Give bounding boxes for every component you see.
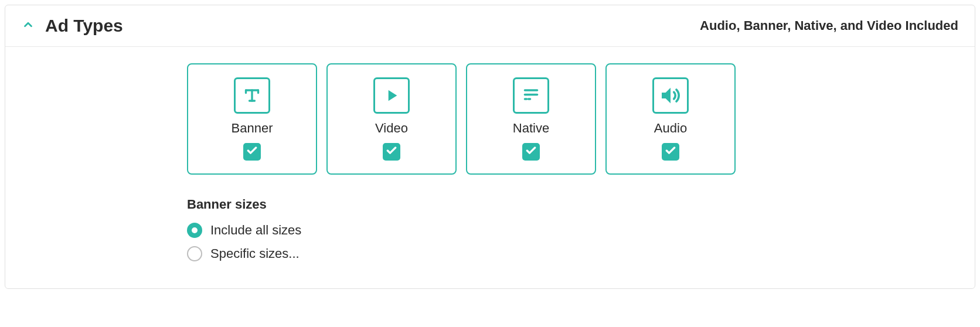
check-icon xyxy=(246,145,258,159)
radio-label: Include all sizes xyxy=(210,223,301,238)
radio-specific-sizes[interactable]: Specific sizes... xyxy=(187,246,951,261)
ad-type-cards: Banner Video xyxy=(187,63,951,175)
checkbox-video[interactable] xyxy=(383,143,400,161)
card-label: Banner xyxy=(232,121,273,136)
chevron-up-icon xyxy=(22,18,35,33)
checkbox-native[interactable] xyxy=(522,143,540,161)
panel-body: Banner Video xyxy=(5,47,975,288)
svg-marker-4 xyxy=(662,88,671,104)
card-native[interactable]: Native xyxy=(466,63,596,175)
checkbox-banner[interactable] xyxy=(243,143,261,161)
panel-summary: Audio, Banner, Native, and Video Include… xyxy=(700,18,958,33)
text-icon xyxy=(234,77,270,114)
panel-title: Ad Types xyxy=(45,16,123,36)
check-icon xyxy=(525,145,537,159)
checkbox-audio[interactable] xyxy=(662,143,679,161)
card-audio[interactable]: Audio xyxy=(605,63,736,175)
radio-include-all[interactable]: Include all sizes xyxy=(187,223,951,238)
card-banner[interactable]: Banner xyxy=(187,63,317,175)
play-icon xyxy=(373,77,410,114)
check-icon xyxy=(386,145,397,159)
banner-sizes-label: Banner sizes xyxy=(187,197,951,212)
panel-header: Ad Types Audio, Banner, Native, and Vide… xyxy=(5,5,975,47)
sound-icon xyxy=(652,77,689,114)
radio-button-checked-icon xyxy=(187,223,202,238)
collapse-toggle[interactable] xyxy=(22,19,35,32)
card-label: Video xyxy=(375,121,408,136)
card-video[interactable]: Video xyxy=(326,63,457,175)
panel-header-left: Ad Types xyxy=(22,16,123,36)
ad-types-panel: Ad Types Audio, Banner, Native, and Vide… xyxy=(5,5,975,289)
card-label: Audio xyxy=(654,121,687,136)
card-label: Native xyxy=(513,121,549,136)
banner-sizes-section: Banner sizes Include all sizes Specific … xyxy=(187,197,951,261)
radio-label: Specific sizes... xyxy=(210,246,300,261)
svg-marker-0 xyxy=(389,90,397,101)
radio-button-unchecked-icon xyxy=(187,246,202,261)
check-icon xyxy=(665,145,676,159)
list-icon xyxy=(513,77,549,114)
